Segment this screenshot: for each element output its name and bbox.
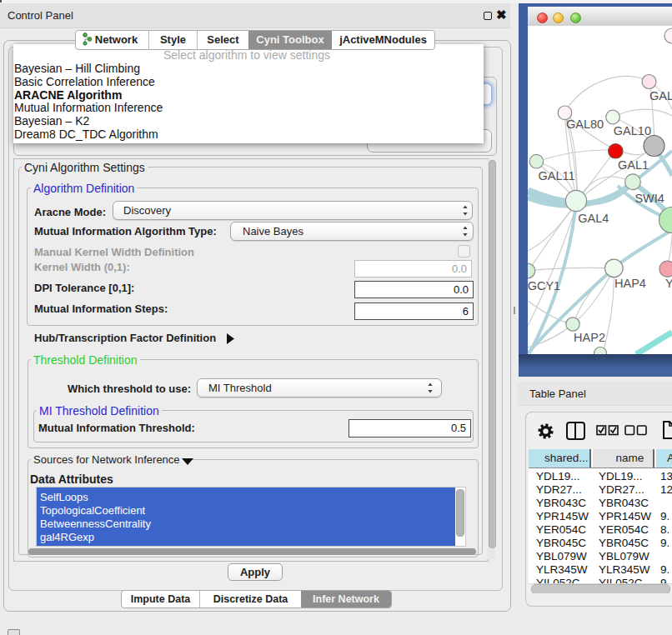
svg-text:GAL10: GAL10 (614, 124, 651, 138)
svg-text:GAL80: GAL80 (566, 118, 604, 131)
svg-text:GCY1: GCY1 (528, 279, 560, 292)
svg-text:HAP4: HAP4 (614, 277, 646, 290)
svg-text:HAP2: HAP2 (574, 331, 605, 344)
svg-text:GAL4: GAL4 (578, 212, 609, 225)
svg-text:GAL1: GAL1 (618, 158, 649, 172)
svg-text:GAL7: GAL7 (649, 89, 672, 102)
svg-text:SWI4: SWI4 (634, 192, 664, 205)
svg-text:GAL11: GAL11 (539, 169, 575, 182)
svg-text:Y: Y (665, 277, 672, 290)
